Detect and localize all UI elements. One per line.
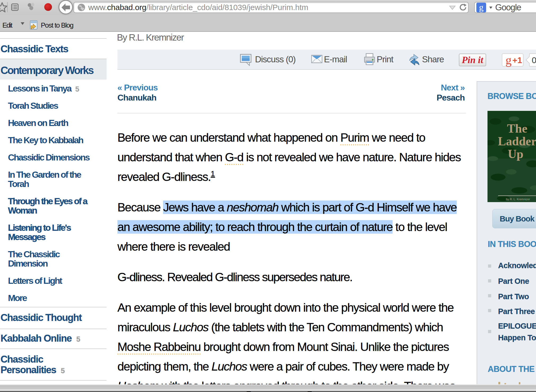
svg-text:by R. L. Kremnizer: by R. L. Kremnizer — [506, 198, 530, 201]
svg-text:Ladder: Ladder — [498, 134, 536, 148]
svg-text:The: The — [507, 122, 528, 135]
svg-text:Up: Up — [508, 147, 524, 161]
